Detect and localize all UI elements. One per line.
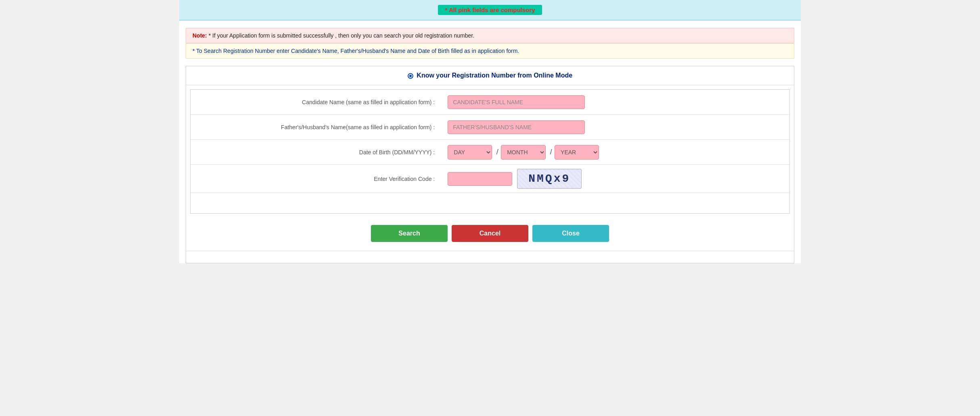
father-name-field	[442, 116, 789, 138]
search-button[interactable]: Search	[371, 225, 448, 242]
section-heading: Know your Registration Number from Onlin…	[186, 66, 794, 85]
dob-year-select[interactable]: YEAR 2024202320222021 2020201920182017 2…	[555, 145, 599, 160]
verification-field: NMQx9	[442, 165, 789, 193]
dob-label: Date of Birth (DD/MM/YYYY) :	[191, 145, 442, 160]
header-bar: * All pink fields are compulsory	[179, 0, 801, 21]
captcha-image: NMQx9	[517, 169, 582, 189]
notes-section: Note: * If your Application form is subm…	[186, 28, 794, 59]
form-container: Know your Registration Number from Onlin…	[186, 66, 794, 263]
dob-field: DAY 12345 678910 1112131415 1617181920 2…	[442, 141, 789, 164]
candidate-name-input[interactable]	[448, 95, 585, 109]
verification-row: Enter Verification Code : NMQx9	[191, 165, 789, 193]
note-red: Note: * If your Application form is subm…	[186, 28, 794, 43]
note1-bold: Note:	[193, 32, 207, 39]
section-title: Know your Registration Number from Onlin…	[417, 72, 572, 79]
candidate-name-field	[442, 91, 789, 113]
father-name-input[interactable]	[448, 120, 585, 134]
verification-input[interactable]	[448, 172, 512, 186]
dob-month-select[interactable]: MONTH JanuaryFebruaryMarchApril MayJuneJ…	[501, 145, 546, 160]
captcha-container: NMQx9	[448, 169, 784, 189]
candidate-name-label: Candidate Name (same as filled in applic…	[191, 95, 442, 109]
page-wrapper: * All pink fields are compulsory Note: *…	[179, 0, 801, 263]
inner-form: Candidate Name (same as filled in applic…	[190, 89, 790, 214]
slash-sep-2: /	[550, 148, 552, 156]
header-notice: * All pink fields are compulsory	[438, 5, 542, 15]
buttons-row: Search Cancel Close	[186, 218, 794, 251]
note-yellow: * To Search Registration Number enter Ca…	[186, 43, 794, 59]
note2-text: * To Search Registration Number enter Ca…	[193, 48, 519, 54]
slash-sep-1: /	[496, 148, 498, 156]
empty-row	[191, 193, 789, 213]
verification-label: Enter Verification Code :	[191, 172, 442, 186]
radio-icon	[408, 73, 413, 79]
cancel-button[interactable]: Cancel	[452, 225, 528, 242]
close-button[interactable]: Close	[532, 225, 609, 242]
dob-day-select[interactable]: DAY 12345 678910 1112131415 1617181920 2…	[448, 145, 492, 160]
father-name-label: Father's/Husband's Name(same as filled i…	[191, 120, 442, 134]
father-name-row: Father's/Husband's Name(same as filled i…	[191, 115, 789, 140]
note1-text: * If your Application form is submitted …	[209, 32, 474, 39]
dob-row: Date of Birth (DD/MM/YYYY) : DAY 12345 6…	[191, 140, 789, 165]
bottom-spacer	[186, 251, 794, 263]
candidate-name-row: Candidate Name (same as filled in applic…	[191, 90, 789, 115]
